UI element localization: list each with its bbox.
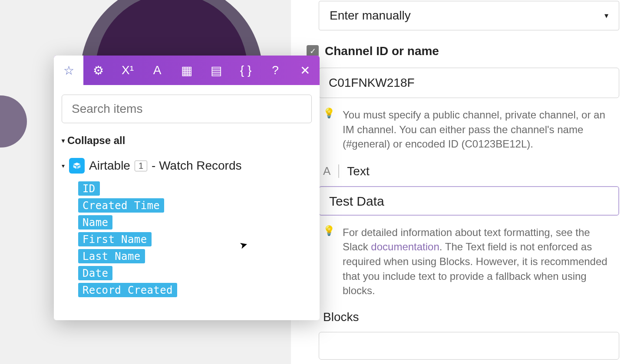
channel-hint-text: You must specify a public channel, priva… (343, 108, 616, 151)
tab-text[interactable]: A (142, 56, 172, 85)
close-icon: ✕ (300, 63, 310, 78)
table-icon: ▤ (211, 63, 222, 78)
text-field-input[interactable]: Test Data (319, 186, 619, 216)
select-value: Enter manually (330, 9, 411, 23)
airtable-module-row[interactable]: ▾ Airtable 1 - Watch Records (62, 158, 312, 174)
channel-label-row: ✓ Channel ID or name (307, 44, 618, 58)
blocks-field-label: Blocks (323, 310, 618, 324)
text-icon: A (153, 63, 162, 77)
popup-body: ▾ Collapse all ▾ Airtable 1 - Watch Reco… (54, 85, 320, 307)
enter-method-select[interactable]: Enter manually ▾ (319, 1, 619, 30)
tab-array[interactable]: ▤ (201, 56, 231, 85)
tab-calendar[interactable]: ▦ (172, 56, 201, 85)
field-pill-last-name[interactable]: Last Name (78, 249, 145, 263)
text-hint-text: For detailed information about text form… (343, 225, 616, 298)
bulb-icon: 💡 (323, 225, 335, 298)
star-icon: ☆ (63, 63, 74, 78)
gear-icon: ⚙ (93, 63, 104, 78)
check-icon: ✓ (310, 46, 316, 56)
module-suffix: - Watch Records (152, 159, 241, 173)
caret-down-icon: ▾ (604, 11, 608, 20)
tab-help[interactable]: ? (261, 56, 290, 85)
module-name: Airtable (89, 159, 130, 173)
popup-tabs: ☆ ⚙ X¹ A ▦ ▤ { } ? ✕ (54, 56, 320, 85)
bulb-icon: 💡 (323, 108, 335, 151)
airtable-icon (69, 158, 85, 174)
field-pill-created-time[interactable]: Created Time (78, 198, 164, 213)
channel-hint-row: 💡 You must specify a public channel, pri… (323, 108, 618, 151)
field-list: ID Created Time Name First Name Last Nam… (78, 181, 312, 297)
collapse-all-button[interactable]: ▾ Collapse all (62, 134, 312, 147)
channel-id-input[interactable] (319, 68, 619, 98)
tab-math[interactable]: X¹ (113, 56, 142, 85)
tab-settings[interactable]: ⚙ (83, 56, 113, 85)
triangle-icon: ▾ (62, 137, 65, 144)
channel-field-label: Channel ID or name (325, 44, 439, 58)
math-icon: X¹ (122, 63, 134, 77)
slack-form-panel: Enter manually ▾ ✓ Channel ID or name 💡 … (291, 0, 624, 364)
mapping-popup: ☆ ⚙ X¹ A ▦ ▤ { } ? ✕ ▾ Collapse all ▾ Ai… (54, 56, 320, 320)
field-pill-first-name[interactable]: First Name (78, 232, 152, 246)
field-pill-id[interactable]: ID (78, 181, 100, 196)
calendar-icon: ▦ (181, 63, 192, 78)
text-field-header: A Text (323, 164, 618, 178)
triangle-icon: ▾ (62, 162, 65, 169)
documentation-link[interactable]: documentation (371, 241, 439, 253)
field-pill-date[interactable]: Date (78, 266, 112, 280)
collapse-all-label: Collapse all (67, 134, 125, 147)
blocks-input[interactable] (319, 332, 619, 360)
field-pill-record-created[interactable]: Record Created (78, 283, 177, 297)
help-icon: ? (272, 63, 279, 77)
field-pill-name[interactable]: Name (78, 215, 112, 230)
background-circle-small (0, 95, 27, 148)
module-number-badge: 1 (135, 161, 147, 171)
text-format-icon[interactable]: A (323, 164, 339, 178)
text-hint-row: 💡 For detailed information about text fo… (323, 225, 618, 298)
braces-icon: { } (240, 63, 251, 77)
search-input[interactable] (62, 95, 312, 123)
tab-close[interactable]: ✕ (290, 56, 320, 85)
text-field-label: Text (347, 164, 369, 178)
tab-json[interactable]: { } (231, 56, 261, 85)
tab-star[interactable]: ☆ (54, 56, 83, 85)
